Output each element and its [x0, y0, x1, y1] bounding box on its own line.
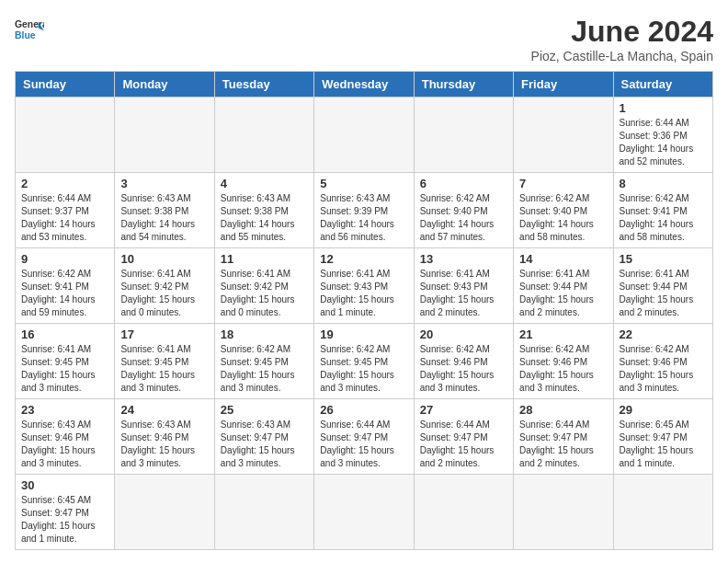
day-number: 28 [519, 403, 607, 417]
day-info: Sunrise: 6:43 AM Sunset: 9:38 PM Dayligh… [120, 192, 208, 244]
calendar-cell: 14Sunrise: 6:41 AM Sunset: 9:44 PM Dayli… [514, 248, 613, 324]
day-info: Sunrise: 6:41 AM Sunset: 9:43 PM Dayligh… [320, 268, 407, 319]
day-number: 20 [420, 327, 507, 341]
day-number: 8 [620, 177, 707, 190]
day-number: 12 [320, 252, 407, 266]
day-info: Sunrise: 6:41 AM Sunset: 9:42 PM Dayligh… [120, 268, 208, 319]
day-info: Sunrise: 6:42 AM Sunset: 9:41 PM Dayligh… [21, 268, 108, 319]
title-section: June 2024 Pioz, Castille-La Mancha, Spai… [531, 15, 713, 63]
day-number: 24 [120, 403, 208, 417]
day-number: 22 [620, 327, 707, 341]
calendar-cell: 5Sunrise: 6:43 AM Sunset: 9:39 PM Daylig… [314, 173, 414, 248]
day-number: 1 [620, 101, 707, 115]
calendar-cell: 27Sunrise: 6:44 AM Sunset: 9:47 PM Dayli… [414, 399, 513, 475]
day-of-week-header: Thursday [414, 72, 513, 98]
day-number: 7 [519, 177, 607, 190]
day-info: Sunrise: 6:45 AM Sunset: 9:47 PM Dayligh… [21, 494, 108, 546]
day-info: Sunrise: 6:42 AM Sunset: 9:45 PM Dayligh… [320, 343, 407, 395]
calendar-cell: 15Sunrise: 6:41 AM Sunset: 9:44 PM Dayli… [613, 248, 712, 324]
svg-text:Blue: Blue [15, 30, 36, 40]
day-number: 17 [120, 327, 208, 341]
calendar-cell: 10Sunrise: 6:41 AM Sunset: 9:42 PM Dayli… [115, 248, 214, 324]
calendar-cell: 29Sunrise: 6:45 AM Sunset: 9:47 PM Dayli… [613, 399, 712, 475]
calendar-cell [214, 98, 313, 173]
day-number: 26 [320, 403, 407, 417]
calendar-cell: 25Sunrise: 6:43 AM Sunset: 9:47 PM Dayli… [214, 399, 313, 475]
day-number: 5 [320, 177, 407, 190]
day-number: 21 [519, 327, 607, 341]
day-number: 18 [221, 327, 308, 341]
day-number: 9 [21, 252, 108, 266]
calendar-cell [414, 98, 513, 173]
day-info: Sunrise: 6:43 AM Sunset: 9:39 PM Dayligh… [320, 192, 407, 244]
day-info: Sunrise: 6:42 AM Sunset: 9:40 PM Dayligh… [420, 192, 507, 244]
day-number: 25 [221, 403, 308, 417]
calendar-cell [115, 98, 214, 173]
calendar-cell: 13Sunrise: 6:41 AM Sunset: 9:43 PM Dayli… [414, 248, 513, 324]
month-title: June 2024 [531, 15, 713, 49]
day-info: Sunrise: 6:42 AM Sunset: 9:40 PM Dayligh… [519, 192, 607, 244]
calendar-cell [514, 475, 613, 550]
day-of-week-header: Saturday [613, 72, 712, 98]
day-info: Sunrise: 6:44 AM Sunset: 9:47 PM Dayligh… [420, 419, 507, 470]
day-number: 6 [420, 177, 507, 190]
calendar-cell [514, 98, 613, 173]
day-number: 3 [120, 177, 208, 190]
day-info: Sunrise: 6:41 AM Sunset: 9:44 PM Dayligh… [620, 268, 707, 319]
calendar-cell: 11Sunrise: 6:41 AM Sunset: 9:42 PM Dayli… [214, 248, 313, 324]
day-info: Sunrise: 6:43 AM Sunset: 9:46 PM Dayligh… [120, 419, 208, 470]
day-number: 19 [320, 327, 407, 341]
calendar-cell [414, 475, 513, 550]
calendar-cell: 18Sunrise: 6:42 AM Sunset: 9:45 PM Dayli… [214, 324, 313, 399]
calendar-cell: 9Sunrise: 6:42 AM Sunset: 9:41 PM Daylig… [16, 248, 115, 324]
day-number: 27 [420, 403, 507, 417]
day-info: Sunrise: 6:42 AM Sunset: 9:46 PM Dayligh… [420, 343, 507, 395]
day-info: Sunrise: 6:42 AM Sunset: 9:41 PM Dayligh… [620, 192, 707, 244]
calendar-cell: 21Sunrise: 6:42 AM Sunset: 9:46 PM Dayli… [514, 324, 613, 399]
calendar-cell: 24Sunrise: 6:43 AM Sunset: 9:46 PM Dayli… [115, 399, 214, 475]
calendar-cell: 30Sunrise: 6:45 AM Sunset: 9:47 PM Dayli… [16, 475, 115, 550]
calendar-cell: 6Sunrise: 6:42 AM Sunset: 9:40 PM Daylig… [414, 173, 513, 248]
day-of-week-header: Tuesday [214, 72, 313, 98]
day-number: 16 [21, 327, 108, 341]
day-info: Sunrise: 6:41 AM Sunset: 9:45 PM Dayligh… [21, 343, 108, 395]
day-info: Sunrise: 6:44 AM Sunset: 9:36 PM Dayligh… [620, 117, 707, 168]
calendar-cell: 26Sunrise: 6:44 AM Sunset: 9:47 PM Dayli… [314, 399, 414, 475]
logo-icon: General Blue [15, 15, 44, 44]
calendar-cell: 12Sunrise: 6:41 AM Sunset: 9:43 PM Dayli… [314, 248, 414, 324]
day-info: Sunrise: 6:43 AM Sunset: 9:46 PM Dayligh… [21, 419, 108, 470]
day-info: Sunrise: 6:42 AM Sunset: 9:45 PM Dayligh… [221, 343, 308, 395]
day-of-week-header: Friday [514, 72, 613, 98]
calendar-cell [314, 98, 414, 173]
calendar-cell: 2Sunrise: 6:44 AM Sunset: 9:37 PM Daylig… [16, 173, 115, 248]
calendar-cell: 8Sunrise: 6:42 AM Sunset: 9:41 PM Daylig… [613, 173, 712, 248]
day-info: Sunrise: 6:44 AM Sunset: 9:37 PM Dayligh… [21, 192, 108, 244]
day-info: Sunrise: 6:41 AM Sunset: 9:45 PM Dayligh… [120, 343, 208, 395]
calendar-cell: 16Sunrise: 6:41 AM Sunset: 9:45 PM Dayli… [16, 324, 115, 399]
day-number: 4 [221, 177, 308, 190]
calendar-cell [214, 475, 313, 550]
calendar-cell: 4Sunrise: 6:43 AM Sunset: 9:38 PM Daylig… [214, 173, 313, 248]
day-number: 13 [420, 252, 507, 266]
day-info: Sunrise: 6:43 AM Sunset: 9:38 PM Dayligh… [221, 192, 308, 244]
day-info: Sunrise: 6:45 AM Sunset: 9:47 PM Dayligh… [620, 419, 707, 470]
day-info: Sunrise: 6:44 AM Sunset: 9:47 PM Dayligh… [320, 419, 407, 470]
location-title: Pioz, Castille-La Mancha, Spain [531, 49, 713, 63]
day-number: 14 [519, 252, 607, 266]
calendar-cell: 22Sunrise: 6:42 AM Sunset: 9:46 PM Dayli… [613, 324, 712, 399]
calendar-header-row: SundayMondayTuesdayWednesdayThursdayFrid… [16, 72, 713, 98]
calendar-cell: 17Sunrise: 6:41 AM Sunset: 9:45 PM Dayli… [115, 324, 214, 399]
day-of-week-header: Monday [115, 72, 214, 98]
day-number: 29 [620, 403, 707, 417]
calendar-cell: 28Sunrise: 6:44 AM Sunset: 9:47 PM Dayli… [514, 399, 613, 475]
day-info: Sunrise: 6:44 AM Sunset: 9:47 PM Dayligh… [519, 419, 607, 470]
day-info: Sunrise: 6:42 AM Sunset: 9:46 PM Dayligh… [620, 343, 707, 395]
day-info: Sunrise: 6:41 AM Sunset: 9:42 PM Dayligh… [221, 268, 308, 319]
day-number: 30 [21, 478, 108, 492]
day-info: Sunrise: 6:41 AM Sunset: 9:44 PM Dayligh… [519, 268, 607, 319]
day-number: 23 [21, 403, 108, 417]
calendar-table: SundayMondayTuesdayWednesdayThursdayFrid… [15, 71, 713, 550]
day-number: 15 [620, 252, 707, 266]
calendar-cell [613, 475, 712, 550]
calendar-cell: 7Sunrise: 6:42 AM Sunset: 9:40 PM Daylig… [514, 173, 613, 248]
